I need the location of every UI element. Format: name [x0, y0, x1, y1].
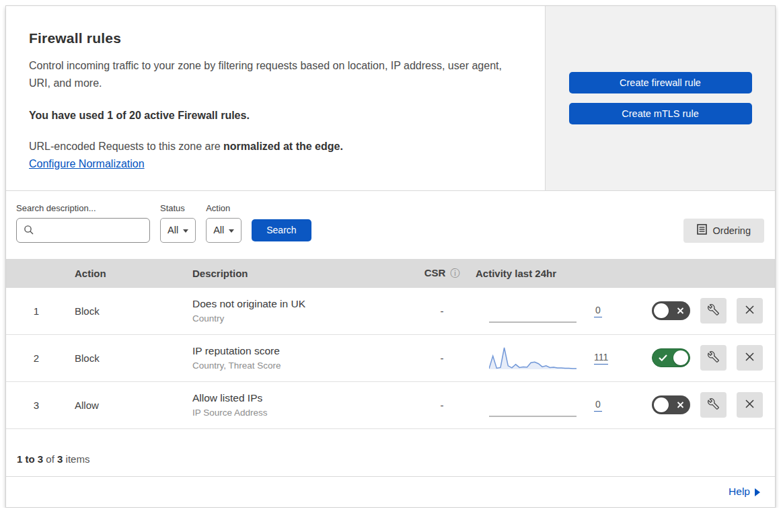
- rule-priority: 3: [6, 400, 67, 411]
- rule-controls: [644, 345, 775, 371]
- toggle-knob: [654, 303, 669, 318]
- rule-enabled-toggle[interactable]: [652, 395, 690, 414]
- activity-column-header: Activity last 24hr: [476, 268, 590, 279]
- wrench-icon: [708, 351, 719, 365]
- rule-controls: [644, 392, 775, 418]
- close-icon: [745, 399, 755, 411]
- pagination-range: 1 to 3: [17, 453, 43, 465]
- rule-fields: Country: [192, 313, 408, 324]
- table-header-row: Action Description CSRⓘ Activity last 24…: [6, 259, 775, 288]
- edit-rule-button[interactable]: [700, 345, 727, 371]
- header-section: Firewall rules Control incoming traffic …: [6, 6, 775, 191]
- search-icon: [24, 225, 34, 235]
- x-icon: [677, 400, 684, 411]
- action-dropdown[interactable]: All: [206, 218, 241, 243]
- normalization-note: URL-encoded Requests to this zone are no…: [29, 141, 522, 153]
- usage-summary: You have used 1 of 20 active Firewall ru…: [29, 110, 522, 122]
- header-text-area: Firewall rules Control incoming traffic …: [6, 6, 545, 190]
- rule-description: Does not originate in UK: [192, 298, 408, 310]
- rule-description: IP reputation score: [192, 345, 408, 357]
- header-actions-panel: Create firewall rule Create mTLS rule: [545, 6, 775, 190]
- rule-fields: Country, Threat Score: [192, 360, 408, 371]
- action-column-header: Action: [67, 268, 178, 279]
- rule-description-cell: Does not originate in UK Country: [178, 298, 408, 324]
- csr-column-header: CSRⓘ: [408, 267, 476, 280]
- toggle-knob: [654, 397, 669, 412]
- rule-action: Block: [67, 305, 178, 317]
- activity-sparkline: [476, 344, 590, 371]
- status-label: Status: [160, 203, 196, 213]
- wrench-icon: [708, 398, 719, 412]
- edit-rule-button[interactable]: [700, 298, 727, 324]
- normalization-note-prefix: URL-encoded Requests to this zone are: [29, 141, 223, 152]
- action-filter-group: Action All: [206, 203, 241, 243]
- search-input[interactable]: [16, 218, 150, 243]
- rule-description: Allow listed IPs: [192, 392, 408, 404]
- search-group: Search description...: [16, 203, 150, 243]
- action-label: Action: [206, 203, 241, 213]
- configure-normalization-link[interactable]: Configure Normalization: [29, 158, 145, 170]
- rule-action: Block: [67, 352, 178, 364]
- help-link-label: Help: [729, 486, 750, 498]
- description-column-header: Description: [178, 268, 408, 279]
- toggle-knob: [673, 350, 688, 365]
- check-icon: [659, 352, 667, 364]
- rule-csr-value: -: [408, 400, 476, 411]
- arrow-right-icon: [755, 488, 760, 496]
- delete-rule-button[interactable]: [737, 392, 763, 418]
- close-icon: [745, 305, 755, 317]
- status-dropdown-value: All: [168, 225, 178, 235]
- rule-csr-value: -: [408, 305, 476, 317]
- edit-rule-button[interactable]: [700, 392, 727, 418]
- ordering-button-label: Ordering: [713, 225, 751, 236]
- pagination-summary: 1 to 3 of 3 items: [6, 429, 775, 477]
- rule-enabled-toggle[interactable]: [652, 348, 690, 367]
- create-mtls-rule-button[interactable]: Create mTLS rule: [569, 103, 752, 124]
- rule-controls: [644, 298, 775, 324]
- activity-sparkline: [476, 297, 590, 324]
- table-row: 2 Block IP reputation score Country, Thr…: [6, 335, 775, 382]
- close-icon: [745, 352, 755, 364]
- rule-priority: 2: [6, 352, 67, 364]
- action-dropdown-value: All: [213, 225, 224, 235]
- pagination-items: items: [66, 453, 90, 465]
- create-firewall-rule-button[interactable]: Create firewall rule: [569, 72, 752, 93]
- normalization-note-bold: normalized at the edge.: [223, 141, 343, 152]
- help-link[interactable]: Help: [729, 486, 760, 498]
- delete-rule-button[interactable]: [737, 298, 763, 324]
- ordering-button[interactable]: Ordering: [683, 219, 764, 243]
- delete-rule-button[interactable]: [737, 345, 763, 371]
- pagination-total: 3: [57, 453, 63, 465]
- rule-priority: 1: [6, 305, 67, 317]
- list-icon: [697, 224, 707, 237]
- activity-count-link[interactable]: 0: [594, 305, 602, 317]
- search-label: Search description...: [16, 203, 150, 213]
- activity-count-link[interactable]: 111: [594, 352, 608, 365]
- status-filter-group: Status All: [160, 203, 196, 243]
- firewall-rules-page: Firewall rules Control incoming traffic …: [5, 5, 776, 508]
- page-description: Control incoming traffic to your zone by…: [29, 57, 522, 92]
- rule-action: Allow: [67, 400, 178, 411]
- rule-description-cell: Allow listed IPs IP Source Address: [178, 392, 408, 418]
- help-bar: Help: [6, 477, 775, 507]
- activity-sparkline: [476, 391, 590, 418]
- rule-description-cell: IP reputation score Country, Threat Scor…: [178, 345, 408, 371]
- page-title: Firewall rules: [29, 30, 522, 46]
- activity-count-link[interactable]: 0: [594, 399, 602, 412]
- filter-bar: Search description... Status All Action …: [6, 191, 775, 259]
- status-dropdown[interactable]: All: [160, 218, 196, 243]
- x-icon: [677, 305, 684, 317]
- search-button[interactable]: Search: [252, 219, 311, 241]
- info-icon[interactable]: ⓘ: [450, 268, 459, 280]
- rule-fields: IP Source Address: [192, 408, 408, 418]
- chevron-down-icon: [183, 229, 188, 233]
- chevron-down-icon: [229, 229, 234, 233]
- table-row: 1 Block Does not originate in UK Country…: [6, 288, 775, 335]
- pagination-of: of: [46, 453, 54, 465]
- table-row: 3 Allow Allow listed IPs IP Source Addre…: [6, 382, 775, 429]
- rule-enabled-toggle[interactable]: [652, 301, 690, 320]
- rule-csr-value: -: [408, 352, 476, 364]
- wrench-icon: [708, 304, 719, 317]
